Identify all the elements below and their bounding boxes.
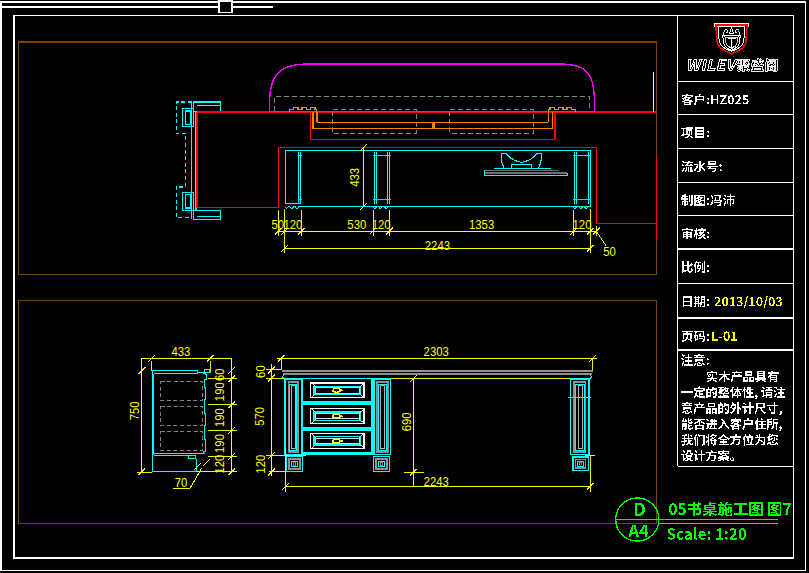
svg-text:570: 570 [253,407,267,426]
svg-text:50: 50 [272,218,285,232]
svg-text:1353: 1353 [469,218,494,232]
svg-text:690: 690 [400,412,414,431]
svg-text:70: 70 [175,476,188,490]
svg-text:190: 190 [213,434,227,453]
svg-text:120: 120 [213,455,227,474]
svg-text:2243: 2243 [424,475,449,489]
svg-text:60: 60 [254,365,268,378]
svg-text:120: 120 [573,218,592,232]
svg-text:190: 190 [213,408,227,427]
svg-text:2303: 2303 [424,345,449,359]
svg-text:50: 50 [603,245,616,259]
svg-text:433: 433 [348,168,362,187]
svg-text:530: 530 [347,218,366,232]
svg-text:120: 120 [283,218,302,232]
svg-text:190: 190 [213,382,227,401]
svg-text:60: 60 [213,368,227,381]
svg-text:120: 120 [372,218,391,232]
svg-text:2243: 2243 [425,239,450,253]
svg-text:750: 750 [128,401,142,420]
svg-text:120: 120 [254,455,268,474]
svg-text:433: 433 [171,345,190,359]
